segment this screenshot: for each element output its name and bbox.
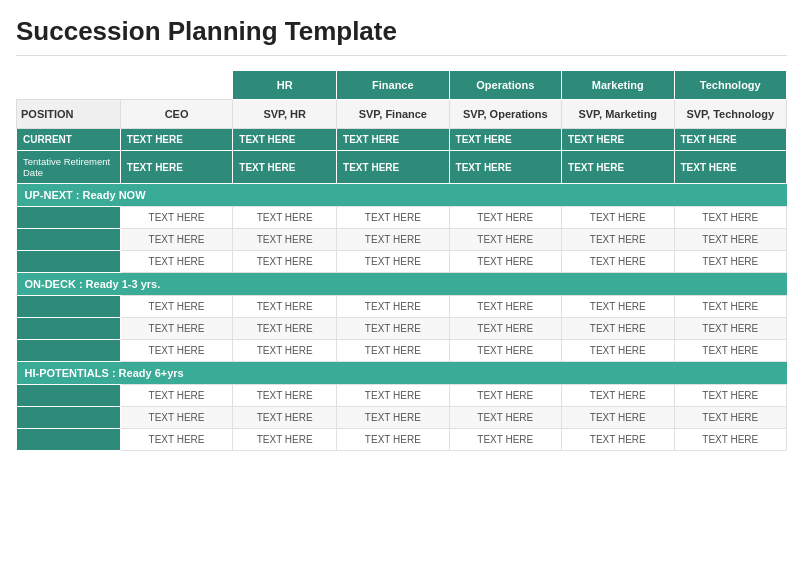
on-deck-2-ops: TEXT HERE: [449, 318, 561, 340]
on-deck-1-finance: TEXT HERE: [337, 296, 449, 318]
on-deck-2-ceo: TEXT HERE: [120, 318, 232, 340]
column-header-row: HR Finance Operations Marketing Technolo…: [17, 71, 787, 100]
up-next-2-tech: TEXT HERE: [674, 229, 787, 251]
on-deck-1-ceo: TEXT HERE: [120, 296, 232, 318]
up-next-row-1: TEXT HERE TEXT HERE TEXT HERE TEXT HERE …: [17, 207, 787, 229]
on-deck-bar-1: [17, 296, 121, 318]
hi-pot-2-finance: TEXT HERE: [337, 407, 449, 429]
tentative-ops-val: TEXT HERE: [449, 151, 561, 184]
hi-pot-row-2: TEXT HERE TEXT HERE TEXT HERE TEXT HERE …: [17, 407, 787, 429]
position-label: POSITION: [17, 100, 121, 129]
up-next-row-3: TEXT HERE TEXT HERE TEXT HERE TEXT HERE …: [17, 251, 787, 273]
hi-pot-bar-3: [17, 429, 121, 451]
hi-pot-1-finance: TEXT HERE: [337, 385, 449, 407]
up-next-3-hr: TEXT HERE: [233, 251, 337, 273]
on-deck-2-finance: TEXT HERE: [337, 318, 449, 340]
on-deck-row-3: TEXT HERE TEXT HERE TEXT HERE TEXT HERE …: [17, 340, 787, 362]
succession-table: HR Finance Operations Marketing Technolo…: [16, 70, 787, 451]
tentative-tech-val: TEXT HERE: [674, 151, 787, 184]
on-deck-bar-2: [17, 318, 121, 340]
up-next-heading-row: UP-NEXT : Ready NOW: [17, 184, 787, 207]
on-deck-1-tech: TEXT HERE: [674, 296, 787, 318]
hi-pot-3-hr: TEXT HERE: [233, 429, 337, 451]
header-operations: Operations: [449, 71, 561, 100]
on-deck-heading: ON-DECK : Ready 1-3 yrs.: [17, 273, 787, 296]
on-deck-2-mkt: TEXT HERE: [562, 318, 674, 340]
up-next-2-ops: TEXT HERE: [449, 229, 561, 251]
up-next-1-tech: TEXT HERE: [674, 207, 787, 229]
on-deck-1-mkt: TEXT HERE: [562, 296, 674, 318]
current-hr-val: TEXT HERE: [233, 129, 337, 151]
hi-pot-3-tech: TEXT HERE: [674, 429, 787, 451]
on-deck-3-hr: TEXT HERE: [233, 340, 337, 362]
on-deck-row-2: TEXT HERE TEXT HERE TEXT HERE TEXT HERE …: [17, 318, 787, 340]
hi-pot-2-tech: TEXT HERE: [674, 407, 787, 429]
hi-pot-heading: HI-POTENTIALS : Ready 6+yrs: [17, 362, 787, 385]
header-hr: HR: [233, 71, 337, 100]
up-next-2-finance: TEXT HERE: [337, 229, 449, 251]
header-empty-0: [17, 71, 121, 100]
hi-pot-row-1: TEXT HERE TEXT HERE TEXT HERE TEXT HERE …: [17, 385, 787, 407]
current-finance-val: TEXT HERE: [337, 129, 449, 151]
hi-pot-2-ops: TEXT HERE: [449, 407, 561, 429]
hi-pot-3-ops: TEXT HERE: [449, 429, 561, 451]
current-label: CURRENT: [17, 129, 121, 151]
current-ops-val: TEXT HERE: [449, 129, 561, 151]
header-finance: Finance: [337, 71, 449, 100]
on-deck-3-finance: TEXT HERE: [337, 340, 449, 362]
current-tech-val: TEXT HERE: [674, 129, 787, 151]
hi-pot-3-mkt: TEXT HERE: [562, 429, 674, 451]
hi-pot-2-mkt: TEXT HERE: [562, 407, 674, 429]
position-technology: SVP, Technology: [674, 100, 787, 129]
on-deck-3-tech: TEXT HERE: [674, 340, 787, 362]
up-next-1-finance: TEXT HERE: [337, 207, 449, 229]
on-deck-1-ops: TEXT HERE: [449, 296, 561, 318]
up-next-1-mkt: TEXT HERE: [562, 207, 674, 229]
up-next-2-hr: TEXT HERE: [233, 229, 337, 251]
on-deck-3-ops: TEXT HERE: [449, 340, 561, 362]
hi-pot-1-hr: TEXT HERE: [233, 385, 337, 407]
hi-pot-row-3: TEXT HERE TEXT HERE TEXT HERE TEXT HERE …: [17, 429, 787, 451]
current-mkt-val: TEXT HERE: [562, 129, 674, 151]
up-next-1-hr: TEXT HERE: [233, 207, 337, 229]
position-row: POSITION CEO SVP, HR SVP, Finance SVP, O…: [17, 100, 787, 129]
position-marketing: SVP, Marketing: [562, 100, 674, 129]
header-empty-1: [120, 71, 232, 100]
on-deck-bar-3: [17, 340, 121, 362]
up-next-bar-1: [17, 207, 121, 229]
up-next-3-mkt: TEXT HERE: [562, 251, 674, 273]
on-deck-3-ceo: TEXT HERE: [120, 340, 232, 362]
hi-pot-3-finance: TEXT HERE: [337, 429, 449, 451]
on-deck-2-tech: TEXT HERE: [674, 318, 787, 340]
up-next-row-2: TEXT HERE TEXT HERE TEXT HERE TEXT HERE …: [17, 229, 787, 251]
page-title: Succession Planning Template: [16, 16, 787, 56]
up-next-bar-2: [17, 229, 121, 251]
current-label-row: CURRENT TEXT HERE TEXT HERE TEXT HERE TE…: [17, 129, 787, 151]
on-deck-2-hr: TEXT HERE: [233, 318, 337, 340]
up-next-1-ops: TEXT HERE: [449, 207, 561, 229]
on-deck-row-1: TEXT HERE TEXT HERE TEXT HERE TEXT HERE …: [17, 296, 787, 318]
tentative-finance-val: TEXT HERE: [337, 151, 449, 184]
header-technology: Technology: [674, 71, 787, 100]
header-marketing: Marketing: [562, 71, 674, 100]
hi-pot-2-hr: TEXT HERE: [233, 407, 337, 429]
position-ceo: CEO: [120, 100, 232, 129]
tentative-label-row: Tentative Retirement Date TEXT HERE TEXT…: [17, 151, 787, 184]
up-next-1-ceo: TEXT HERE: [120, 207, 232, 229]
up-next-3-finance: TEXT HERE: [337, 251, 449, 273]
on-deck-3-mkt: TEXT HERE: [562, 340, 674, 362]
up-next-3-ceo: TEXT HERE: [120, 251, 232, 273]
tentative-ceo-val: TEXT HERE: [120, 151, 232, 184]
hi-pot-2-ceo: TEXT HERE: [120, 407, 232, 429]
tentative-hr-val: TEXT HERE: [233, 151, 337, 184]
up-next-2-mkt: TEXT HERE: [562, 229, 674, 251]
hi-pot-bar-2: [17, 407, 121, 429]
hi-pot-1-ceo: TEXT HERE: [120, 385, 232, 407]
position-hr: SVP, HR: [233, 100, 337, 129]
tentative-mkt-val: TEXT HERE: [562, 151, 674, 184]
hi-pot-bar-1: [17, 385, 121, 407]
hi-pot-1-mkt: TEXT HERE: [562, 385, 674, 407]
up-next-bar-3: [17, 251, 121, 273]
on-deck-heading-row: ON-DECK : Ready 1-3 yrs.: [17, 273, 787, 296]
current-ceo-val: TEXT HERE: [120, 129, 232, 151]
